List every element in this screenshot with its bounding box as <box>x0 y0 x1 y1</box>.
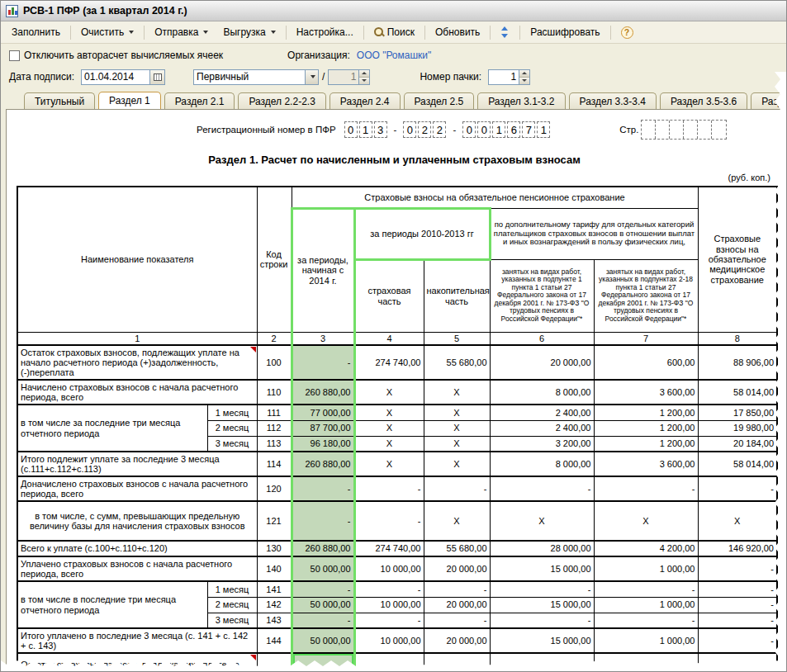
cell-140-col8[interactable]: - <box>698 556 777 581</box>
cell-143-col6[interactable]: - <box>490 613 594 628</box>
cell-110-col6[interactable]: 8 000,00 <box>490 380 594 405</box>
cell-141-col7[interactable]: - <box>594 581 698 597</box>
regnum-digit-box[interactable]: 0 <box>462 121 476 138</box>
tab-раздел-2-2-2-3[interactable]: Раздел 2.2-2.3 <box>238 92 325 110</box>
cell-113-col8[interactable]: 20 184,00 <box>698 436 777 452</box>
page-number-cell[interactable] <box>642 121 656 139</box>
cell-114-col8[interactable]: 58 014,00 <box>698 452 777 476</box>
cell-111-col3[interactable]: 77 000,00 <box>292 405 354 420</box>
regnum-digit-box[interactable]: 3 <box>374 121 387 138</box>
cell-140-col3[interactable]: 50 000,00 <box>292 556 354 581</box>
cell-141-col4[interactable]: - <box>354 581 424 597</box>
cell-144-col3[interactable]: 50 000,00 <box>292 628 354 653</box>
cell-140-col4[interactable]: 10 000,00 <box>354 556 424 581</box>
decrypt-button[interactable]: Расшифровать <box>523 23 607 41</box>
fill-button[interactable]: Заполнить <box>4 23 68 41</box>
cell-100-col5[interactable]: 55 680,00 <box>424 345 490 380</box>
cell-120-col3[interactable]: - <box>292 476 354 501</box>
cell-113-col7[interactable]: 1 200,00 <box>594 436 698 452</box>
page-number-cell[interactable] <box>684 121 698 139</box>
cell-130-col4[interactable]: 274 740,00 <box>354 541 424 556</box>
cell-144-col8[interactable]: - <box>698 628 777 653</box>
cell-142-col3[interactable]: 50 000,00 <box>292 597 354 613</box>
cell-142-col4[interactable]: 10 000,00 <box>354 597 424 613</box>
cell-143-col8[interactable]: - <box>698 613 777 628</box>
cell-144-col5[interactable]: 20 000,00 <box>424 628 490 653</box>
cell-113-col3[interactable]: 96 180,00 <box>292 436 354 452</box>
cell-100-col3[interactable]: - <box>292 345 354 380</box>
regnum-digit-box[interactable]: 0 <box>403 121 416 138</box>
cell-142-col5[interactable]: 20 000,00 <box>424 597 490 613</box>
cell-110-col3[interactable]: 260 880,00 <box>292 380 354 405</box>
help-button[interactable]: ? <box>614 23 641 42</box>
cell-120-col5[interactable]: - <box>424 476 490 501</box>
clear-button[interactable]: Очистить <box>73 23 141 41</box>
cell-100-col6[interactable]: 20 000,00 <box>490 345 594 380</box>
cell-141-col8[interactable]: - <box>698 581 777 597</box>
regnum-digit-box[interactable]: 2 <box>433 121 446 138</box>
regnum-digit-box[interactable]: 6 <box>507 121 520 138</box>
tab-раздел-2-1[interactable]: Раздел 2.1 <box>164 92 235 110</box>
cell-112-col3[interactable]: 87 700,00 <box>292 420 354 436</box>
cell-120-col7[interactable]: - <box>594 476 698 501</box>
cell-120-col8[interactable]: - <box>698 476 777 501</box>
cell-112-col6[interactable]: 2 400,00 <box>490 420 594 436</box>
search-button[interactable]: Поиск <box>367 23 422 41</box>
tab-титульный[interactable]: Титульный <box>24 92 95 110</box>
cell-111-col8[interactable]: 17 850,00 <box>698 405 777 420</box>
autocalc-checkbox[interactable] <box>9 50 20 61</box>
collapse-expand-button[interactable] <box>493 23 517 41</box>
cell-142-col6[interactable]: 15 000,00 <box>490 597 594 613</box>
cell-141-col5[interactable]: - <box>424 581 490 597</box>
cell-114-col7[interactable]: 3 600,00 <box>594 452 698 476</box>
regnum-digit-box[interactable]: 2 <box>418 121 431 138</box>
cell-120-col4[interactable]: - <box>354 476 424 501</box>
cell-140-col5[interactable]: 20 000,00 <box>424 556 490 581</box>
cell-121-col3[interactable]: - <box>292 501 354 541</box>
cell-143-col5[interactable]: - <box>424 613 490 628</box>
export-button[interactable]: Выгрузка <box>216 23 282 41</box>
cell-143-col7[interactable]: - <box>594 613 698 628</box>
org-link[interactable]: ООО "Ромашки" <box>357 50 432 61</box>
cell-114-col3[interactable]: 260 880,00 <box>292 452 354 476</box>
batch-value[interactable]: 1 <box>488 69 519 85</box>
cell-130-col5[interactable]: 55 680,00 <box>424 541 490 556</box>
report-type-combo[interactable]: Первичный <box>193 69 319 85</box>
send-button[interactable]: Отправка <box>147 23 216 41</box>
calendar-button[interactable] <box>150 69 165 85</box>
cell-130-col6[interactable]: 28 000,00 <box>490 541 594 556</box>
cell-143-col4[interactable]: - <box>354 613 424 628</box>
regnum-digit-box[interactable]: 1 <box>359 121 372 138</box>
refresh-button[interactable]: Обновить <box>428 23 487 41</box>
cell-144-col4[interactable]: 10 000,00 <box>354 628 424 653</box>
tab-раздел-3-3-3-4[interactable]: Раздел 3.3-3.4 <box>569 92 657 110</box>
tab-раздел-1[interactable]: Раздел 1 <box>98 92 161 111</box>
cell-142-col8[interactable]: - <box>698 597 777 613</box>
tab-раздел-2-4[interactable]: Раздел 2.4 <box>329 92 401 110</box>
cell-110-col8[interactable]: 58 014,00 <box>698 380 777 405</box>
cell-141-col6[interactable]: - <box>490 581 594 597</box>
regnum-digit-box[interactable]: 7 <box>522 121 535 138</box>
regnum-digit-box[interactable]: 0 <box>344 121 358 138</box>
cell-110-col7[interactable]: 3 600,00 <box>594 380 698 405</box>
cell-130-col3[interactable]: 260 880,00 <box>292 541 354 556</box>
sign-date-input[interactable]: 01.04.2014 <box>81 69 150 85</box>
combo-arrow-button[interactable] <box>305 69 319 85</box>
regnum-digit-box[interactable]: 1 <box>492 121 505 138</box>
cell-140-col6[interactable]: 15 000,00 <box>490 556 594 581</box>
tab-раздел-2-5[interactable]: Раздел 2.5 <box>404 92 475 110</box>
cell-141-col3[interactable]: - <box>292 581 354 597</box>
cell-100-col7[interactable]: 600,00 <box>594 345 698 380</box>
regnum-digit-box[interactable]: 1 <box>537 121 550 138</box>
cell-120-col6[interactable]: - <box>490 476 594 501</box>
batch-spinner[interactable]: 1 <box>488 69 530 85</box>
page-number-cell[interactable] <box>698 121 712 139</box>
cell-111-col7[interactable]: 1 200,00 <box>594 405 698 420</box>
cell-113-col6[interactable]: 3 200,00 <box>490 436 594 452</box>
cell-140-col7[interactable]: 1 000,00 <box>594 556 698 581</box>
cell-130-col8[interactable]: 146 920,00 <box>698 541 777 556</box>
cell-100-col8[interactable]: 88 906,00 <box>698 345 777 380</box>
cell-121-col4[interactable]: - <box>354 501 424 541</box>
spinner-buttons[interactable] <box>519 69 530 85</box>
cell-111-col6[interactable]: 2 400,00 <box>490 405 594 420</box>
